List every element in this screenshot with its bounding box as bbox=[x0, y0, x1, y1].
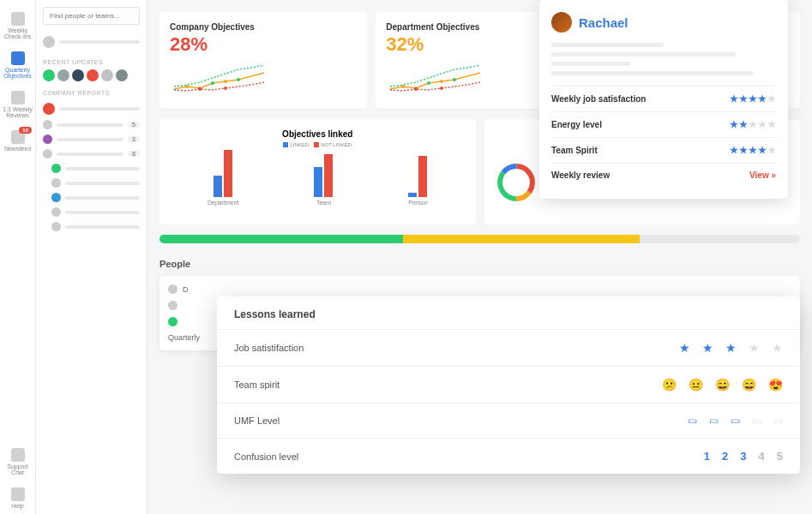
star-icon: ★ bbox=[730, 119, 738, 130]
report-item[interactable] bbox=[51, 205, 140, 219]
number-option[interactable]: 2 bbox=[722, 450, 728, 463]
weekly-review-row: Weekly review View » bbox=[551, 163, 776, 187]
star-icon: ★ bbox=[758, 145, 767, 156]
search-input[interactable] bbox=[43, 7, 140, 25]
bar bbox=[408, 193, 417, 197]
svg-point-9 bbox=[427, 81, 430, 85]
star-icon[interactable]: ★ bbox=[749, 341, 760, 355]
star-rating[interactable]: ★★★★★ bbox=[730, 93, 776, 105]
svg-point-10 bbox=[440, 80, 443, 83]
rail-weekly-checkins[interactable]: Weekly Check-Ins bbox=[0, 7, 35, 45]
report-item[interactable]: 5 bbox=[43, 117, 140, 132]
star-icon: ★ bbox=[767, 93, 776, 105]
placeholder bbox=[551, 43, 664, 47]
avatar[interactable] bbox=[101, 69, 113, 81]
company-reports-header: COMPANY REPORTS bbox=[43, 90, 140, 96]
number-option[interactable]: 4 bbox=[759, 450, 765, 463]
placeholder bbox=[59, 40, 140, 44]
lesson-row: Confusion level12345 bbox=[217, 438, 800, 474]
svg-point-6 bbox=[224, 87, 227, 90]
bar bbox=[214, 176, 222, 197]
avatar[interactable] bbox=[72, 69, 84, 81]
objective-card[interactable]: Company Objectives 28% bbox=[159, 12, 367, 109]
objectives-linked-card: Objectives linked LINKEDNOT LINKED Depar… bbox=[159, 119, 476, 224]
review-label: Weekly review bbox=[551, 170, 610, 180]
count-badge: 5 bbox=[128, 122, 140, 128]
report-item[interactable] bbox=[43, 100, 140, 117]
support-icon bbox=[11, 448, 25, 462]
recent-updates-header: RECENT UPDATES bbox=[43, 59, 140, 65]
avatar bbox=[168, 284, 177, 294]
count-badge: 3 bbox=[128, 136, 140, 142]
battery-icon[interactable]: ▭ bbox=[709, 415, 719, 427]
battery-icon[interactable]: ▭ bbox=[773, 415, 783, 427]
star-icon[interactable]: ★ bbox=[725, 341, 737, 355]
rail-help[interactable]: Help bbox=[0, 482, 35, 514]
report-item[interactable] bbox=[51, 219, 140, 234]
placeholder bbox=[65, 211, 140, 214]
star-icon[interactable]: ★ bbox=[772, 341, 783, 355]
avatar bbox=[168, 301, 177, 310]
placeholder bbox=[551, 62, 630, 66]
placeholder bbox=[65, 167, 140, 170]
avatar[interactable] bbox=[116, 69, 128, 81]
lesson-label: Job satistifaction bbox=[234, 343, 304, 353]
bar bbox=[224, 150, 232, 197]
star-icon: ★ bbox=[739, 93, 748, 105]
placeholder bbox=[65, 182, 140, 185]
profile-avatar[interactable] bbox=[551, 12, 572, 33]
avatar bbox=[43, 134, 52, 144]
lesson-label: Confusion level bbox=[234, 451, 298, 462]
star-rating[interactable]: ★★★★★ bbox=[730, 145, 776, 156]
placeholder bbox=[551, 71, 754, 75]
lessons-learned-card: Lessons learned Job satistifaction★★★★★T… bbox=[217, 296, 800, 474]
star-icon: ★ bbox=[730, 145, 738, 156]
star-icon[interactable]: ★ bbox=[679, 341, 690, 355]
avatar bbox=[43, 149, 52, 158]
avatar[interactable] bbox=[57, 69, 69, 81]
svg-point-5 bbox=[198, 87, 201, 91]
view-link[interactable]: View » bbox=[749, 170, 776, 180]
progress-segment bbox=[640, 235, 800, 243]
avatar bbox=[51, 164, 61, 173]
avatar bbox=[51, 193, 61, 202]
number-option[interactable]: 1 bbox=[704, 450, 710, 463]
number-option[interactable]: 5 bbox=[777, 450, 783, 463]
avatar bbox=[43, 120, 52, 129]
svg-point-7 bbox=[401, 85, 405, 88]
progress-bar bbox=[159, 235, 800, 243]
report-item[interactable]: 3 bbox=[43, 132, 140, 146]
emoji-icon[interactable]: 😍 bbox=[768, 378, 783, 391]
rail-newsfeed[interactable]: 10Newsfeed bbox=[0, 125, 35, 157]
bar bbox=[418, 156, 427, 197]
report-item[interactable] bbox=[51, 190, 140, 205]
avatar[interactable] bbox=[87, 69, 99, 81]
rail-weekly-reviews[interactable]: 1:1 Weekly Reviews bbox=[0, 86, 35, 123]
avatar[interactable] bbox=[43, 69, 55, 81]
report-item[interactable] bbox=[51, 176, 140, 190]
emoji-icon[interactable]: 😕 bbox=[662, 378, 677, 391]
battery-icon[interactable]: ▭ bbox=[688, 415, 697, 427]
help-icon bbox=[11, 487, 25, 501]
rail-support-chat[interactable]: Support Chat bbox=[0, 443, 35, 481]
rail-quarterly-objectives[interactable]: Quarterly Objectives bbox=[0, 46, 35, 84]
emoji-icon[interactable]: 😐 bbox=[689, 378, 703, 391]
chart-title: Objectives linked bbox=[170, 129, 466, 139]
star-rating[interactable]: ★★★★★ bbox=[730, 119, 776, 130]
report-item[interactable] bbox=[51, 161, 140, 176]
avatar[interactable] bbox=[43, 36, 55, 48]
report-item[interactable]: 8 bbox=[43, 146, 140, 161]
battery-icon[interactable]: ▭ bbox=[731, 415, 740, 427]
rating-control: 😕😐😄😄😍 bbox=[662, 378, 783, 391]
donut-chart bbox=[495, 161, 538, 204]
rating-control: 12345 bbox=[704, 450, 783, 463]
svg-point-0 bbox=[185, 85, 189, 88]
star-icon[interactable]: ★ bbox=[702, 341, 713, 355]
recent-avatars bbox=[43, 69, 140, 81]
svg-point-11 bbox=[453, 78, 456, 81]
emoji-icon[interactable]: 😄 bbox=[715, 378, 730, 391]
emoji-icon[interactable]: 😄 bbox=[742, 378, 756, 391]
number-option[interactable]: 3 bbox=[740, 450, 746, 463]
rating-control: ★★★★★ bbox=[679, 341, 783, 355]
battery-icon[interactable]: ▭ bbox=[752, 415, 761, 427]
